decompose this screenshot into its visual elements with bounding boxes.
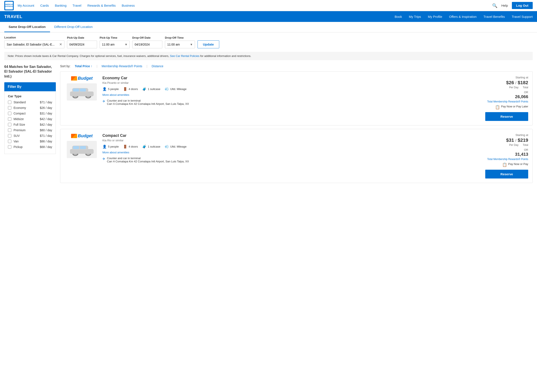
nav-banking[interactable]: Banking — [55, 4, 67, 7]
location-group: Location ✕ — [4, 36, 65, 48]
pickup-date-input[interactable] — [67, 41, 97, 48]
svg-rect-6 — [73, 89, 79, 92]
filter-checkbox-van[interactable] — [8, 140, 11, 143]
search-icon[interactable]: 🔍 — [492, 3, 497, 8]
svg-rect-14 — [73, 146, 79, 149]
filter-item-suv: SUV $71 / day — [8, 134, 52, 137]
filter-checkbox-standard[interactable] — [8, 101, 11, 104]
dropoff-date-group: Drop-Off Date — [132, 36, 162, 48]
dropoff-time-group: Drop-Off Time 11:00 am 11:30 am 12:00 pm… — [165, 36, 195, 48]
filter-checkbox-economy[interactable] — [8, 106, 11, 110]
svg-rect-7 — [80, 89, 86, 92]
tab-same-dropoff[interactable]: Same Drop-Off Location — [4, 22, 50, 32]
feature-mileage-1: 💨 Ultd. Mileage — [165, 87, 187, 91]
nav-business[interactable]: Business — [122, 4, 135, 7]
results-count: 64 Matches for San Salvador, El Salvador… — [4, 65, 56, 79]
nav-cards[interactable]: Cards — [40, 4, 49, 7]
travel-nav-benefits[interactable]: Travel Benefits — [484, 15, 505, 19]
nav-rewards[interactable]: Rewards & Benefits — [87, 4, 116, 7]
car-rental-policies-link[interactable]: See Car Rental Policies — [170, 54, 199, 58]
dropoff-date-label: Drop-Off Date — [132, 36, 162, 39]
car-image-1 — [67, 83, 97, 101]
filter-label-van: Van — [14, 140, 19, 143]
filter-item-premium: Premium $80 / day — [8, 128, 52, 132]
main-content: 64 Matches for San Salvador, El Salvador… — [0, 60, 537, 191]
car-features-1: 👤 5 people 🚪 4 doors 🧳 1 suitcase 💨 Ultd… — [102, 87, 482, 91]
feature-luggage-text-1: 1 suitcase — [148, 87, 160, 91]
travel-nav-offers[interactable]: Offers & Inspiration — [449, 15, 477, 19]
travel-nav-my-trips[interactable]: My Trips — [409, 15, 421, 19]
travel-nav-book[interactable]: Book — [395, 15, 402, 19]
reserve-button-2[interactable]: Reserve — [485, 170, 528, 178]
airplane-icon-1: ✈ — [102, 99, 105, 103]
budget-brand-text-2: Budget — [78, 133, 93, 138]
filter-item-economy: Economy $26 / day — [8, 106, 52, 110]
filter-section-title: Car Type — [8, 94, 52, 98]
filter-price-standard: $71 / day — [40, 101, 52, 104]
update-button[interactable]: Update — [198, 40, 219, 48]
dropoff-time-select[interactable]: 11:00 am 11:30 am 12:00 pm — [165, 41, 195, 48]
filter-item-compact: Compact $31 / day — [8, 112, 52, 115]
filter-checkbox-compact[interactable] — [8, 112, 11, 115]
pickup-time-select[interactable]: 11:00 am 11:30 am 12:00 pm — [100, 41, 130, 48]
more-amenities-link-2[interactable]: More about amenities — [102, 151, 482, 154]
nav-my-account[interactable]: My Account — [18, 4, 34, 7]
per-day-label-2: Per Day — [509, 144, 518, 146]
sort-total-price[interactable]: Total Price ↑ — [75, 65, 92, 68]
filter-label-standard: Standard — [14, 101, 26, 104]
points-count-1: 26,066 — [515, 94, 528, 99]
top-nav-right: 🔍 Help Log Out — [492, 2, 533, 9]
nav-travel[interactable]: Travel — [73, 4, 81, 7]
mileage-icon-1: 💨 — [165, 87, 169, 91]
feature-people-text-2: 5 people — [108, 145, 119, 148]
feature-doors-2: 🚪 4 doors — [123, 145, 138, 149]
travel-nav-support[interactable]: Travel Support — [512, 15, 533, 19]
pickup-address-1: Carr A Comalapa Km 42 Comalapa Intl Airp… — [107, 102, 189, 105]
sort-membership-points[interactable]: Membership Rewards® Points — [102, 65, 142, 68]
pay-icon-1: 📋 — [495, 105, 500, 110]
sort-distance[interactable]: Distance — [152, 65, 163, 68]
points-count-2: 31,413 — [515, 152, 528, 157]
filter-price-compact: $31 / day — [40, 112, 52, 115]
travel-title: TRAVEL — [4, 14, 23, 19]
help-link[interactable]: Help — [501, 4, 508, 7]
amex-logo-text: AMERICANEXPRESS — [4, 4, 14, 8]
sidebar: 64 Matches for San Salvador, El Salvador… — [4, 65, 56, 187]
pickup-bold-1: Counter and car in terminal — [107, 99, 189, 102]
price-labels-1: Per Day Total — [509, 86, 528, 89]
filter-checkbox-suv[interactable] — [8, 134, 11, 137]
car-image-2 — [67, 141, 97, 158]
feature-luggage-1: 🧳 1 suitcase — [142, 87, 160, 91]
membership-rewards-link-1[interactable]: Total Membership Rewards® Points — [487, 100, 528, 103]
membership-rewards-link-2[interactable]: Total Membership Rewards® Points — [487, 158, 528, 161]
travel-nav-my-profile[interactable]: My Profile — [428, 15, 442, 19]
pay-icon-2: 📋 — [502, 162, 507, 167]
price-labels-2: Per Day Total — [509, 144, 528, 146]
filter-checkbox-fullsize[interactable] — [8, 123, 11, 126]
location-input[interactable] — [7, 43, 59, 46]
car-pricing-1: Starting at $26 / $182 Per Day Total OR … — [485, 76, 528, 121]
feature-doors-text-1: 4 doors — [129, 87, 138, 91]
dropoff-date-input[interactable] — [132, 41, 162, 48]
filter-checkbox-pickup[interactable] — [8, 145, 11, 149]
filter-price-suv: $71 / day — [40, 134, 52, 137]
car-details-2: Compact Car Kia Rio or similar 👤 5 peopl… — [102, 133, 482, 178]
tab-different-dropoff[interactable]: Different Drop-Off Location — [50, 22, 97, 32]
filter-item-van: Van $86 / day — [8, 140, 52, 143]
filter-checkbox-midsize[interactable] — [8, 117, 11, 121]
reserve-button-1[interactable]: Reserve — [485, 112, 528, 121]
filter-checkbox-premium[interactable] — [8, 128, 11, 132]
location-tabs: Same Drop-Off Location Different Drop-Of… — [0, 22, 537, 33]
car-name-1: Economy Car — [102, 76, 482, 80]
logout-button[interactable]: Log Out — [512, 2, 533, 9]
luggage-icon-1: 🧳 — [142, 87, 146, 91]
more-amenities-link-1[interactable]: More about amenities — [102, 93, 482, 96]
clear-location-button[interactable]: ✕ — [59, 42, 62, 47]
car-svg-2 — [68, 143, 96, 157]
filter-label-fullsize: Full Size — [14, 123, 25, 126]
budget-orange-icon — [71, 76, 77, 80]
filter-item-midsize: Midsize $42 / day — [8, 117, 52, 121]
people-icon-2: 👤 — [102, 145, 107, 149]
filter-label-pickup: Pickup — [14, 145, 23, 149]
note-text2: for additional information and restricti… — [200, 54, 251, 58]
